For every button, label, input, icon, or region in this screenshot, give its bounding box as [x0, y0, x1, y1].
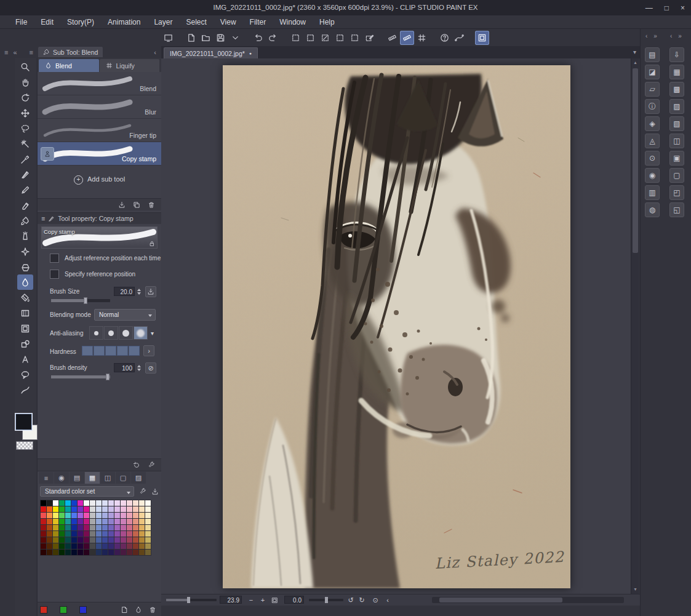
brush-density-stepper[interactable] — [136, 363, 142, 373]
subtool-tab-liquify[interactable]: Liquify — [100, 59, 160, 72]
material-image-panel-icon[interactable]: ▣ — [669, 151, 684, 166]
color-swatch[interactable] — [133, 531, 138, 537]
color-swatch[interactable] — [41, 519, 46, 524]
color-swatch[interactable] — [114, 506, 120, 512]
timeline-panel-icon[interactable]: ◍ — [645, 202, 660, 217]
color-swatch[interactable] — [59, 537, 65, 543]
color-swatch[interactable] — [121, 550, 126, 555]
hardness-segment[interactable] — [117, 346, 128, 356]
vertical-scroll-thumb[interactable] — [633, 68, 638, 253]
color-swatch[interactable] — [133, 525, 138, 530]
color-swatch[interactable] — [59, 543, 65, 549]
color-swatch[interactable] — [121, 513, 126, 518]
color-swatch[interactable] — [47, 543, 52, 549]
hardness-segment[interactable] — [129, 346, 140, 356]
navigator-panel-icon[interactable]: ◉ — [645, 168, 660, 183]
marker-tool[interactable] — [17, 198, 33, 213]
color-swatch[interactable] — [133, 513, 138, 518]
color-swatch[interactable] — [114, 513, 120, 518]
zoom-out-button[interactable]: − — [246, 595, 256, 605]
color-swatch[interactable] — [96, 543, 102, 549]
color-swatch[interactable] — [114, 543, 120, 549]
color-swatch[interactable] — [96, 500, 102, 506]
color-swatch[interactable] — [84, 531, 89, 537]
menu-edit[interactable]: Edit — [34, 15, 60, 29]
zoom-tool[interactable] — [17, 59, 33, 74]
panel-menu-icon[interactable]: ≡ — [41, 215, 45, 222]
menu-file[interactable]: File — [9, 15, 34, 29]
layer-search-panel-icon[interactable]: ⊙ — [645, 151, 660, 166]
material-monochromatic-panel-icon[interactable]: ▩ — [669, 82, 684, 97]
hardness-segment[interactable] — [94, 346, 105, 356]
option-adjust-reference-position[interactable]: Adjust reference position each time — [38, 250, 161, 266]
color-swatch[interactable] — [127, 543, 132, 549]
color-swatch[interactable] — [139, 543, 145, 549]
color-swatch[interactable] — [65, 506, 71, 512]
color-swatch[interactable] — [108, 550, 114, 555]
add-sub-tool-button[interactable]: +Add sub tool — [38, 172, 161, 186]
stabilization-icon[interactable] — [452, 31, 466, 45]
rotation-value[interactable]: 0.0 — [284, 596, 304, 604]
figure-tool[interactable] — [17, 336, 33, 351]
color-mixing-tab[interactable]: ▢ — [116, 472, 130, 484]
text-tool[interactable] — [17, 351, 33, 367]
intermediate-color-tab[interactable]: ◫ — [100, 472, 115, 484]
color-swatch[interactable] — [41, 543, 46, 549]
color-swatch[interactable] — [71, 550, 77, 555]
color-swatch[interactable] — [133, 500, 138, 506]
save-file-icon[interactable] — [214, 31, 228, 45]
quick-access-panel-icon[interactable]: ▤ — [645, 47, 660, 62]
color-swatch[interactable] — [65, 531, 71, 537]
light-table-icon[interactable] — [475, 31, 489, 45]
color-swatch[interactable] — [121, 537, 126, 543]
color-set-dropdown[interactable]: Standard color set — [40, 486, 134, 497]
pen-tool[interactable] — [17, 167, 33, 182]
color-swatch[interactable] — [84, 525, 89, 530]
color-swatch[interactable] — [90, 500, 95, 506]
rail-collapse-icon[interactable]: ‹ — [670, 33, 672, 39]
color-swatch[interactable] — [47, 537, 52, 543]
color-swatch[interactable] — [71, 525, 77, 530]
duplicate-sub-tool-icon[interactable] — [131, 200, 142, 210]
blend-tool[interactable] — [17, 274, 33, 290]
main-color-swatch[interactable] — [15, 414, 32, 430]
item-bank-panel-icon[interactable]: ▱ — [645, 82, 660, 97]
material-pattern-panel-icon[interactable]: ▧ — [669, 116, 684, 131]
save-options-icon[interactable] — [228, 31, 242, 45]
transparent-color-swatch[interactable] — [16, 441, 33, 450]
anti-aliasing-expand-icon[interactable]: ▾ — [151, 330, 154, 337]
color-swatch[interactable] — [127, 550, 132, 555]
edit-color-set-icon[interactable] — [137, 487, 148, 497]
replace-color-icon[interactable] — [133, 605, 143, 615]
color-swatch[interactable] — [78, 519, 83, 524]
color-swatch[interactable] — [139, 525, 145, 530]
material-download-panel-icon[interactable]: ⇩ — [669, 47, 684, 62]
rail-collapse-icon[interactable]: ‹ — [645, 33, 647, 39]
color-swatch[interactable] — [133, 519, 138, 524]
color-swatch[interactable] — [121, 543, 126, 549]
open-file-icon[interactable] — [199, 31, 213, 45]
subtool-blend[interactable]: Blend — [38, 72, 161, 95]
color-swatch[interactable] — [96, 550, 102, 555]
reselect-icon[interactable] — [303, 31, 318, 45]
color-swatch[interactable] — [59, 519, 65, 524]
material-gradient-panel-icon[interactable]: ▨ — [669, 99, 684, 114]
rail-expand-icon[interactable]: » — [678, 33, 682, 39]
redo-icon[interactable] — [266, 31, 280, 45]
color-swatch[interactable] — [114, 550, 120, 555]
material-color-pattern-panel-icon[interactable]: ▦ — [669, 65, 684, 79]
color-swatch[interactable] — [53, 550, 58, 555]
color-swatch[interactable] — [139, 550, 145, 555]
color-swatch[interactable] — [108, 543, 114, 549]
color-swatch[interactable] — [102, 537, 108, 543]
color-swatch[interactable] — [65, 525, 71, 530]
delete-sub-tool-icon[interactable] — [146, 200, 156, 210]
import-color-set-icon[interactable] — [150, 487, 160, 497]
color-swatch[interactable] — [96, 513, 102, 518]
color-swatch[interactable] — [90, 531, 95, 537]
color-swatch[interactable] — [84, 519, 89, 524]
color-swatch[interactable] — [114, 500, 120, 506]
tab-list-dropdown-icon[interactable]: ▾ — [633, 49, 636, 55]
information-panel-icon[interactable]: ⓘ — [645, 99, 660, 114]
red-value-chip[interactable] — [40, 606, 47, 614]
